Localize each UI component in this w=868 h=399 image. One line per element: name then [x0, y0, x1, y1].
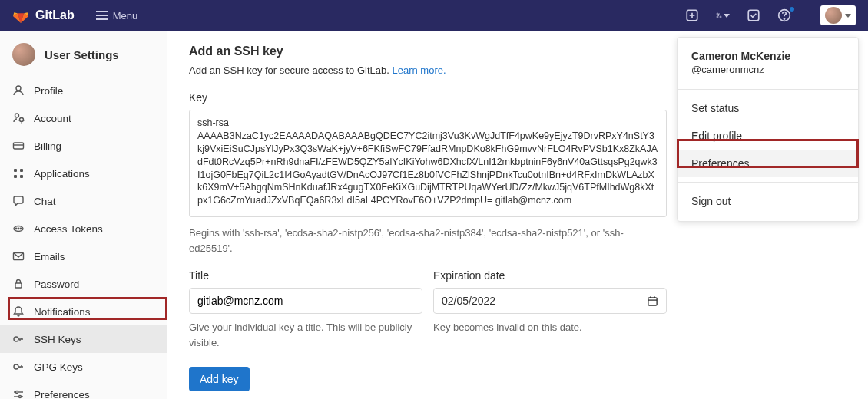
email-icon [12, 250, 25, 262]
gitlab-logo-icon [12, 7, 29, 24]
sidebar-item-profile[interactable]: Profile [0, 77, 167, 104]
create-icon[interactable] [685, 8, 699, 22]
brand-name: GitLab [35, 8, 75, 22]
sidebar-item-billing[interactable]: Billing [0, 132, 167, 160]
menu-button[interactable]: Menu [96, 10, 138, 21]
add-key-button[interactable]: Add key [189, 367, 250, 391]
svg-point-29 [19, 396, 22, 398]
sidebar-item-chat[interactable]: Chat [0, 187, 167, 215]
svg-point-5 [720, 16, 721, 18]
applications-icon [12, 167, 25, 180]
title-hint: Give your individual key a title. This w… [189, 320, 422, 350]
sidebar-title: User Settings [45, 48, 119, 61]
svg-point-25 [14, 364, 18, 369]
dropdown-user-name: Cameron McKenzie [691, 50, 844, 62]
svg-rect-16 [14, 175, 17, 178]
svg-rect-32 [648, 297, 657, 305]
top-navbar: GitLab Menu [0, 0, 868, 31]
svg-point-11 [20, 118, 24, 122]
sidebar-item-access-tokens[interactable]: Access Tokens [0, 215, 167, 242]
expiration-input[interactable]: 02/05/2022 [433, 288, 667, 314]
page-description: Add an SSH key for secure access to GitL… [189, 64, 667, 76]
sidebar-item-password[interactable]: Password [0, 270, 167, 298]
svg-rect-17 [20, 175, 23, 178]
ssh-key-textarea[interactable] [189, 110, 667, 217]
profile-icon [12, 84, 25, 97]
svg-point-9 [16, 86, 21, 91]
svg-rect-23 [15, 283, 22, 288]
expiration-hint: Key becomes invalid on this date. [433, 320, 667, 335]
account-icon [12, 112, 25, 124]
svg-rect-14 [14, 169, 17, 172]
menu-label: Menu [113, 10, 138, 21]
chat-icon [12, 195, 25, 207]
dropdown-user-handle: @cameronmcnz [691, 64, 844, 75]
sidebar-item-ssh-keys[interactable]: SSH Keys [0, 325, 167, 353]
logo-group[interactable]: GitLab [12, 7, 75, 24]
title-label: Title [189, 269, 422, 282]
dropdown-set-status[interactable]: Set status [678, 94, 858, 122]
preferences-icon [12, 388, 25, 399]
chevron-down-icon [845, 14, 851, 18]
user-dropdown: Cameron McKenzie @cameronmcnz Set status… [677, 37, 859, 222]
lock-icon [12, 278, 25, 290]
learn-more-link[interactable]: Learn more. [392, 64, 446, 76]
svg-point-20 [18, 228, 18, 229]
svg-rect-12 [14, 143, 24, 149]
svg-rect-15 [20, 169, 23, 172]
bell-icon [12, 305, 25, 318]
sidebar-item-account[interactable]: Account [0, 104, 167, 132]
todos-icon[interactable] [747, 8, 760, 22]
token-icon [12, 223, 25, 235]
svg-point-8 [784, 18, 784, 19]
dropdown-edit-profile[interactable]: Edit profile [678, 122, 858, 150]
key-label: Key [189, 91, 667, 104]
user-avatar-icon [12, 43, 35, 66]
avatar-icon [825, 7, 842, 24]
hamburger-icon [96, 15, 108, 16]
dropdown-preferences[interactable]: Preferences [678, 150, 858, 177]
svg-point-3 [717, 13, 718, 15]
title-input[interactable] [189, 288, 422, 314]
svg-point-21 [20, 228, 21, 229]
expiration-label: Expiration date [433, 269, 667, 282]
key-hint: Begins with 'ssh-rsa', 'ecdsa-sha2-nistp… [189, 226, 667, 256]
svg-point-28 [16, 391, 18, 394]
sidebar-item-applications[interactable]: Applications [0, 160, 167, 187]
billing-icon [12, 140, 25, 152]
page-title: Add an SSH key [189, 45, 667, 58]
sidebar-item-emails[interactable]: Emails [0, 242, 167, 270]
user-menu-button[interactable] [820, 5, 856, 25]
svg-point-10 [15, 114, 19, 117]
sidebar-header: User Settings [0, 40, 167, 77]
sidebar-item-gpg-keys[interactable]: GPG Keys [0, 353, 167, 381]
key-icon [12, 361, 25, 373]
svg-point-24 [14, 337, 18, 341]
help-icon[interactable] [777, 8, 791, 22]
svg-point-19 [15, 228, 16, 229]
merge-requests-icon[interactable] [716, 8, 730, 22]
sidebar-item-notifications[interactable]: Notifications [0, 298, 167, 325]
sidebar: User Settings Profile Account Billing Ap… [0, 31, 167, 399]
dropdown-sign-out[interactable]: Sign out [678, 187, 858, 215]
svg-point-4 [717, 16, 718, 18]
calendar-icon [647, 295, 658, 307]
sidebar-item-preferences[interactable]: Preferences [0, 381, 167, 399]
key-icon [12, 333, 25, 345]
